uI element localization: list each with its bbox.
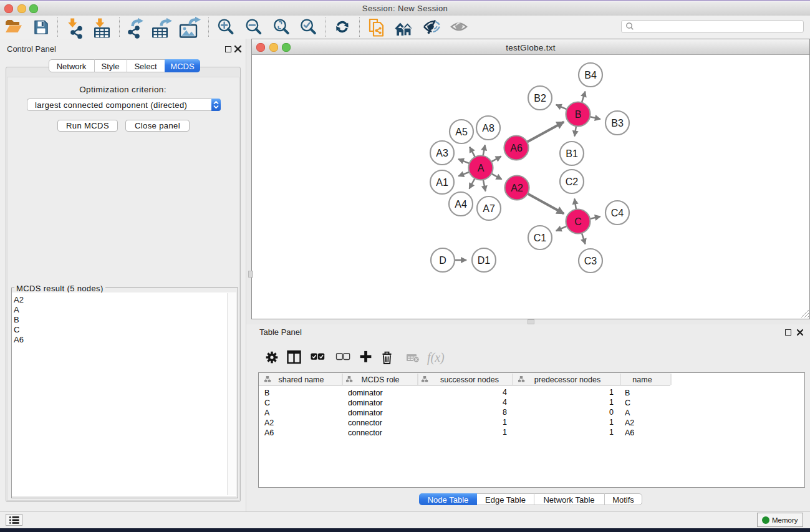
svg-text:B2: B2	[534, 93, 546, 104]
svg-text:C2: C2	[566, 177, 579, 187]
svg-text:B4: B4	[584, 70, 597, 80]
svg-text:C3: C3	[584, 256, 597, 266]
svg-text:A5: A5	[455, 127, 468, 137]
svg-text:connector: connector	[348, 418, 382, 427]
svg-text:B: B	[625, 389, 630, 397]
svg-text:A: A	[625, 409, 630, 417]
svg-text:A3: A3	[436, 148, 448, 158]
svg-text:1: 1	[609, 388, 614, 397]
svg-text:8: 8	[503, 408, 507, 417]
svg-text:A6: A6	[264, 428, 274, 437]
svg-text:1: 1	[609, 398, 614, 407]
svg-text:C: C	[574, 216, 582, 227]
svg-text:B: B	[575, 109, 582, 120]
svg-text:A4: A4	[455, 199, 467, 210]
svg-text:name: name	[632, 375, 652, 384]
svg-text:successor nodes: successor nodes	[440, 375, 499, 384]
svg-text:predecessor nodes: predecessor nodes	[534, 375, 600, 384]
svg-text:B3: B3	[611, 118, 624, 128]
svg-text:dominator: dominator	[348, 389, 383, 397]
svg-text:f(x): f(x)	[427, 351, 445, 365]
svg-text:4: 4	[503, 398, 507, 407]
svg-text:A2: A2	[511, 183, 523, 193]
svg-text:D1: D1	[478, 255, 491, 266]
svg-text:1: 1	[609, 418, 614, 427]
svg-text:C: C	[625, 399, 630, 407]
svg-text:B: B	[264, 389, 269, 397]
svg-text:4: 4	[503, 388, 507, 397]
svg-text:MCDS role: MCDS role	[361, 375, 399, 384]
svg-text:A: A	[264, 409, 270, 417]
svg-text:1: 1	[609, 428, 614, 437]
svg-text:1: 1	[503, 418, 507, 427]
svg-text:shared name: shared name	[279, 375, 324, 384]
svg-text:A2: A2	[264, 418, 274, 427]
svg-text:dominator: dominator	[348, 409, 383, 417]
svg-text:A8: A8	[482, 123, 494, 133]
svg-text:C: C	[264, 399, 270, 407]
svg-text:0: 0	[609, 408, 614, 417]
svg-text:D: D	[439, 255, 446, 266]
svg-text:A1: A1	[436, 177, 448, 188]
svg-text:A6: A6	[510, 143, 523, 153]
svg-text:A7: A7	[483, 203, 495, 214]
svg-text:A2: A2	[625, 418, 634, 427]
svg-text:dominator: dominator	[348, 399, 383, 407]
svg-text:C1: C1	[534, 233, 547, 243]
svg-text:B1: B1	[566, 148, 578, 159]
svg-text:C4: C4	[611, 208, 624, 218]
svg-text:connector: connector	[348, 428, 382, 437]
svg-text:A6: A6	[625, 428, 634, 437]
svg-text:1: 1	[503, 428, 507, 437]
svg-text:A: A	[478, 163, 485, 173]
